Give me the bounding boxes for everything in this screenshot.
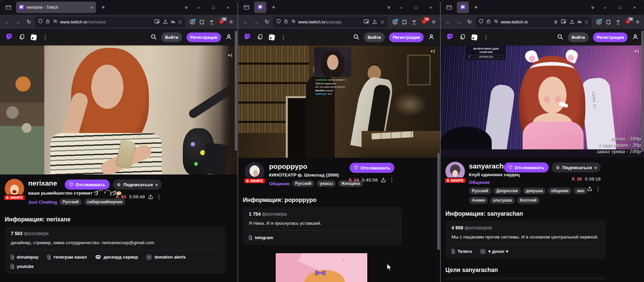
- forward-button[interactable]: →: [454, 19, 464, 25]
- bookmark-star-icon[interactable]: ☆: [178, 19, 182, 25]
- browser-tab[interactable]: nerixane - Twitch ×: [16, 2, 96, 13]
- app-menu-icon[interactable]: ≡: [430, 18, 437, 26]
- close-button[interactable]: ×: [425, 5, 437, 10]
- permissions-icon[interactable]: [493, 19, 498, 25]
- more-kebab-icon[interactable]: ⋮: [483, 34, 489, 41]
- forward-button[interactable]: →: [13, 19, 23, 25]
- tracking-shield-icon[interactable]: [479, 19, 484, 25]
- follow-button[interactable]: ♡Отслеживать: [65, 180, 110, 190]
- user-icon[interactable]: [632, 33, 639, 42]
- ublock-extension-icon[interactable]: ω14: [420, 18, 428, 26]
- panel-image-cartoon[interactable]: [276, 253, 367, 282]
- channel-link[interactable]: телеграм канал: [47, 255, 87, 260]
- url-text[interactable]: www.twitch.tv/popopp: [298, 19, 361, 24]
- vest-monkey-extension-icon[interactable]: [614, 18, 622, 26]
- tag-chip[interactable]: альтушка: [490, 197, 515, 204]
- reload-button[interactable]: ↻: [24, 19, 34, 25]
- channel-link[interactable]: Ddonation alerts: [147, 255, 185, 260]
- clips-icon[interactable]: [269, 34, 275, 41]
- tab-close-icon[interactable]: ×: [90, 5, 93, 10]
- address-bar[interactable]: www.twitch.tv/nerixane Aa ☆: [35, 17, 185, 27]
- browser-tab[interactable]: [457, 2, 469, 13]
- signup-button[interactable]: Регистрация: [186, 32, 221, 42]
- reload-button[interactable]: ↻: [465, 19, 474, 25]
- twitch-logo[interactable]: [446, 33, 453, 42]
- extensions-puzzle-icon[interactable]: [198, 18, 206, 26]
- search-icon[interactable]: [557, 33, 564, 42]
- video-player[interactable]: Lowturion потом конфет с бабкой наделаем…: [238, 45, 440, 158]
- maximize-button[interactable]: □: [614, 5, 626, 10]
- channel-link[interactable]: telegram: [249, 235, 273, 240]
- firefox-view-icon[interactable]: [241, 2, 252, 12]
- download-icon[interactable]: [372, 19, 377, 25]
- vest-monkey-extension-icon[interactable]: [411, 18, 418, 26]
- follow-button[interactable]: ♡Отслеживать: [350, 163, 394, 173]
- more-options-icon[interactable]: ⋮: [156, 194, 162, 200]
- browser-tab[interactable]: [254, 2, 266, 13]
- forward-button[interactable]: →: [252, 19, 261, 25]
- scrollbar[interactable]: [234, 29, 237, 282]
- pages-copy-icon[interactable]: [19, 34, 25, 41]
- lock-icon[interactable]: [486, 19, 491, 25]
- category-link[interactable]: Just Chatting: [28, 200, 57, 205]
- translate-icon[interactable]: Aa: [578, 20, 581, 24]
- minimize-button[interactable]: –: [395, 5, 407, 10]
- subscribe-button[interactable]: ☆Подписаться∨: [552, 162, 601, 172]
- tracking-shield-icon[interactable]: [276, 19, 281, 25]
- minimize-button[interactable]: –: [599, 5, 611, 10]
- download-icon[interactable]: [163, 19, 168, 25]
- channel-link[interactable]: donatepay: [11, 255, 39, 260]
- extensions-puzzle-icon[interactable]: [401, 18, 408, 26]
- reader-view-icon[interactable]: ≣: [554, 19, 558, 24]
- search-icon[interactable]: [353, 33, 360, 42]
- download-icon[interactable]: [569, 19, 575, 25]
- account-icon[interactable]: [391, 18, 398, 26]
- bookmark-star-icon[interactable]: ☆: [584, 19, 589, 25]
- scrollbar[interactable]: [437, 29, 440, 282]
- login-button[interactable]: Войти: [364, 32, 385, 42]
- close-button[interactable]: ×: [629, 5, 641, 10]
- tag-chip[interactable]: Косплей: [517, 197, 540, 204]
- channel-link[interactable]: youtube: [11, 264, 34, 269]
- twitch-logo[interactable]: [5, 33, 13, 42]
- more-options-icon[interactable]: ⋮: [595, 186, 601, 192]
- collapse-chat-icon[interactable]: [227, 53, 233, 59]
- more-kebab-icon[interactable]: ⋮: [281, 34, 286, 41]
- share-icon[interactable]: [587, 186, 592, 192]
- clips-icon[interactable]: [31, 34, 37, 41]
- minimize-button[interactable]: –: [193, 5, 205, 10]
- search-icon[interactable]: [150, 33, 157, 42]
- video-player[interactable]: [0, 45, 237, 174]
- share-icon[interactable]: [381, 178, 386, 183]
- maximize-button[interactable]: □: [410, 5, 422, 10]
- extensions-puzzle-icon[interactable]: [605, 18, 612, 26]
- category-link[interactable]: Общение: [269, 181, 290, 186]
- channel-avatar[interactable]: В ЭФИРЕ: [245, 162, 264, 182]
- scrollbar[interactable]: [641, 29, 644, 282]
- bookmark-star-icon[interactable]: ☆: [380, 19, 385, 25]
- more-kebab-icon[interactable]: ⋮: [43, 34, 48, 41]
- login-button[interactable]: Войти: [568, 32, 589, 42]
- tag-chip[interactable]: Русский: [292, 180, 315, 187]
- back-button[interactable]: ←: [3, 19, 12, 25]
- url-text[interactable]: www.twitch.tv: [501, 19, 552, 24]
- vest-monkey-extension-icon[interactable]: [208, 18, 215, 26]
- back-button[interactable]: ←: [241, 19, 250, 25]
- tag-chip[interactable]: Аниме: [469, 197, 488, 204]
- permissions-icon[interactable]: [291, 19, 296, 25]
- clips-icon[interactable]: [471, 34, 478, 41]
- ublock-extension-icon[interactable]: ω15: [624, 18, 632, 26]
- firefox-view-icon[interactable]: [444, 2, 454, 12]
- tracking-shield-icon[interactable]: [38, 19, 43, 25]
- login-button[interactable]: Войти: [161, 32, 182, 42]
- user-icon[interactable]: [428, 33, 435, 42]
- signup-button[interactable]: Регистрация: [593, 32, 628, 42]
- app-menu-icon[interactable]: ≡: [227, 18, 235, 26]
- pip-icon[interactable]: [364, 19, 369, 25]
- twitch-logo[interactable]: [244, 33, 251, 42]
- permissions-icon[interactable]: [53, 19, 58, 25]
- new-tab-button[interactable]: +: [472, 4, 481, 11]
- channel-link[interactable]: Телега: [451, 249, 472, 254]
- maximize-button[interactable]: □: [207, 5, 219, 10]
- address-bar[interactable]: www.twitch.tv/popopp ☆: [273, 17, 388, 27]
